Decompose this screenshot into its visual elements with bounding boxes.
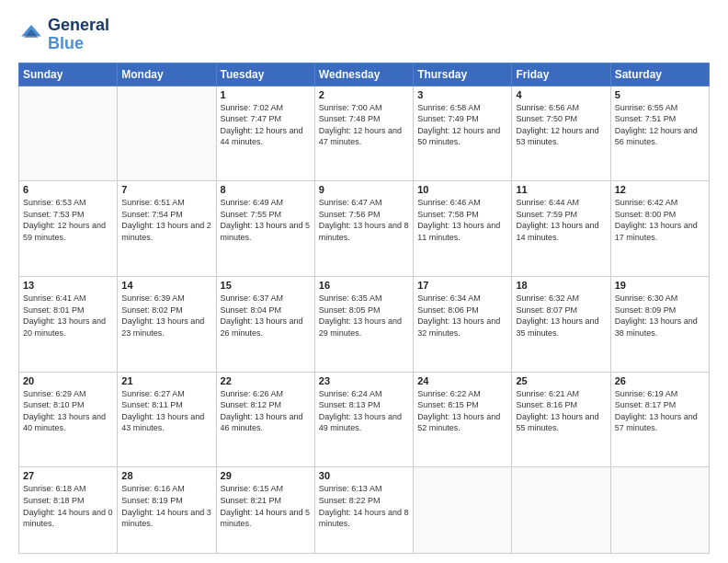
day-number: 16 <box>319 280 409 291</box>
day-number: 2 <box>319 89 409 100</box>
calendar-cell: 17Sunrise: 6:34 AMSunset: 8:06 PMDayligh… <box>414 277 512 373</box>
calendar-cell: 29Sunrise: 6:15 AMSunset: 8:21 PMDayligh… <box>216 467 314 554</box>
calendar-cell: 20Sunrise: 6:29 AMSunset: 8:10 PMDayligh… <box>19 372 118 467</box>
day-info: Sunrise: 6:49 AMSunset: 7:55 PMDaylight:… <box>221 197 311 243</box>
day-number: 19 <box>615 280 705 291</box>
day-info: Sunrise: 6:19 AMSunset: 8:17 PMDaylight:… <box>615 388 705 434</box>
calendar-cell <box>512 467 610 554</box>
day-number: 23 <box>319 375 409 386</box>
day-number: 27 <box>23 470 113 481</box>
logo-icon <box>18 22 44 48</box>
day-info: Sunrise: 6:46 AMSunset: 7:58 PMDaylight:… <box>417 197 507 243</box>
calendar-header-row: SundayMondayTuesdayWednesdayThursdayFrid… <box>19 63 710 86</box>
calendar-cell: 10Sunrise: 6:46 AMSunset: 7:58 PMDayligh… <box>414 181 512 277</box>
day-number: 14 <box>121 280 211 291</box>
calendar-cell: 22Sunrise: 6:26 AMSunset: 8:12 PMDayligh… <box>216 372 314 467</box>
calendar-cell: 11Sunrise: 6:44 AMSunset: 7:59 PMDayligh… <box>512 181 610 277</box>
day-number: 13 <box>23 280 113 291</box>
calendar-cell: 7Sunrise: 6:51 AMSunset: 7:54 PMDaylight… <box>118 181 216 277</box>
day-info: Sunrise: 6:30 AMSunset: 8:09 PMDaylight:… <box>615 293 705 339</box>
day-info: Sunrise: 6:26 AMSunset: 8:12 PMDaylight:… <box>221 388 311 434</box>
day-info: Sunrise: 6:24 AMSunset: 8:13 PMDaylight:… <box>319 388 409 434</box>
calendar-cell: 27Sunrise: 6:18 AMSunset: 8:18 PMDayligh… <box>19 467 118 554</box>
day-number: 6 <box>23 184 113 195</box>
day-info: Sunrise: 6:15 AMSunset: 8:21 PMDaylight:… <box>221 483 311 529</box>
day-number: 28 <box>121 470 211 481</box>
calendar-cell <box>19 86 118 181</box>
day-number: 29 <box>221 470 311 481</box>
day-number: 24 <box>417 375 507 386</box>
header: General Blue <box>18 17 710 53</box>
day-info: Sunrise: 7:00 AMSunset: 7:48 PMDaylight:… <box>319 102 409 148</box>
calendar-header-friday: Friday <box>512 63 610 86</box>
calendar-cell: 13Sunrise: 6:41 AMSunset: 8:01 PMDayligh… <box>19 277 118 373</box>
day-number: 17 <box>417 280 507 291</box>
day-info: Sunrise: 6:21 AMSunset: 8:16 PMDaylight:… <box>516 388 606 434</box>
day-info: Sunrise: 6:13 AMSunset: 8:22 PMDaylight:… <box>319 483 409 529</box>
calendar-cell: 5Sunrise: 6:55 AMSunset: 7:51 PMDaylight… <box>610 86 709 181</box>
calendar-week-4: 20Sunrise: 6:29 AMSunset: 8:10 PMDayligh… <box>19 372 710 467</box>
calendar-header-sunday: Sunday <box>19 63 118 86</box>
day-info: Sunrise: 6:55 AMSunset: 7:51 PMDaylight:… <box>615 102 705 148</box>
day-info: Sunrise: 6:42 AMSunset: 8:00 PMDaylight:… <box>615 197 705 243</box>
calendar-header-thursday: Thursday <box>414 63 512 86</box>
calendar-cell: 4Sunrise: 6:56 AMSunset: 7:50 PMDaylight… <box>512 86 610 181</box>
calendar-cell: 14Sunrise: 6:39 AMSunset: 8:02 PMDayligh… <box>118 277 216 373</box>
day-info: Sunrise: 6:34 AMSunset: 8:06 PMDaylight:… <box>417 293 507 339</box>
day-number: 21 <box>121 375 211 386</box>
day-info: Sunrise: 6:37 AMSunset: 8:04 PMDaylight:… <box>221 293 311 339</box>
day-number: 20 <box>23 375 113 386</box>
calendar-header-wednesday: Wednesday <box>314 63 413 86</box>
calendar-cell: 1Sunrise: 7:02 AMSunset: 7:47 PMDaylight… <box>216 86 314 181</box>
day-info: Sunrise: 7:02 AMSunset: 7:47 PMDaylight:… <box>221 102 311 148</box>
day-info: Sunrise: 6:29 AMSunset: 8:10 PMDaylight:… <box>23 388 113 434</box>
day-number: 25 <box>516 375 606 386</box>
day-info: Sunrise: 6:18 AMSunset: 8:18 PMDaylight:… <box>23 483 113 529</box>
calendar-cell: 16Sunrise: 6:35 AMSunset: 8:05 PMDayligh… <box>314 277 413 373</box>
day-info: Sunrise: 6:32 AMSunset: 8:07 PMDaylight:… <box>516 293 606 339</box>
day-number: 10 <box>417 184 507 195</box>
calendar-cell: 12Sunrise: 6:42 AMSunset: 8:00 PMDayligh… <box>610 181 709 277</box>
day-number: 5 <box>615 89 705 100</box>
calendar-cell: 8Sunrise: 6:49 AMSunset: 7:55 PMDaylight… <box>216 181 314 277</box>
day-info: Sunrise: 6:22 AMSunset: 8:15 PMDaylight:… <box>417 388 507 434</box>
calendar-cell: 6Sunrise: 6:53 AMSunset: 7:53 PMDaylight… <box>19 181 118 277</box>
calendar-cell: 9Sunrise: 6:47 AMSunset: 7:56 PMDaylight… <box>314 181 413 277</box>
calendar-cell: 3Sunrise: 6:58 AMSunset: 7:49 PMDaylight… <box>414 86 512 181</box>
calendar-cell <box>610 467 709 554</box>
day-number: 30 <box>319 470 409 481</box>
calendar-header-monday: Monday <box>118 63 216 86</box>
day-info: Sunrise: 6:27 AMSunset: 8:11 PMDaylight:… <box>121 388 211 434</box>
calendar-cell <box>414 467 512 554</box>
page: General Blue SundayMondayTuesdayWednesda… <box>0 0 728 563</box>
day-number: 15 <box>221 280 311 291</box>
day-number: 9 <box>319 184 409 195</box>
calendar-table: SundayMondayTuesdayWednesdayThursdayFrid… <box>18 63 710 554</box>
calendar-week-1: 1Sunrise: 7:02 AMSunset: 7:47 PMDaylight… <box>19 86 710 181</box>
day-number: 7 <box>121 184 211 195</box>
day-number: 22 <box>221 375 311 386</box>
day-info: Sunrise: 6:41 AMSunset: 8:01 PMDaylight:… <box>23 293 113 339</box>
logo-text: General Blue <box>48 17 109 53</box>
calendar-cell: 2Sunrise: 7:00 AMSunset: 7:48 PMDaylight… <box>314 86 413 181</box>
day-number: 12 <box>615 184 705 195</box>
calendar-cell <box>118 86 216 181</box>
day-info: Sunrise: 6:53 AMSunset: 7:53 PMDaylight:… <box>23 197 113 243</box>
logo: General Blue <box>18 17 109 53</box>
day-info: Sunrise: 6:47 AMSunset: 7:56 PMDaylight:… <box>319 197 409 243</box>
day-number: 11 <box>516 184 606 195</box>
calendar-cell: 28Sunrise: 6:16 AMSunset: 8:19 PMDayligh… <box>118 467 216 554</box>
calendar-header-tuesday: Tuesday <box>216 63 314 86</box>
day-number: 18 <box>516 280 606 291</box>
calendar-cell: 21Sunrise: 6:27 AMSunset: 8:11 PMDayligh… <box>118 372 216 467</box>
day-info: Sunrise: 6:58 AMSunset: 7:49 PMDaylight:… <box>417 102 507 148</box>
calendar-cell: 26Sunrise: 6:19 AMSunset: 8:17 PMDayligh… <box>610 372 709 467</box>
calendar-cell: 19Sunrise: 6:30 AMSunset: 8:09 PMDayligh… <box>610 277 709 373</box>
day-number: 8 <box>221 184 311 195</box>
calendar-cell: 24Sunrise: 6:22 AMSunset: 8:15 PMDayligh… <box>414 372 512 467</box>
day-info: Sunrise: 6:44 AMSunset: 7:59 PMDaylight:… <box>516 197 606 243</box>
calendar-cell: 25Sunrise: 6:21 AMSunset: 8:16 PMDayligh… <box>512 372 610 467</box>
day-number: 26 <box>615 375 705 386</box>
calendar-cell: 18Sunrise: 6:32 AMSunset: 8:07 PMDayligh… <box>512 277 610 373</box>
day-number: 4 <box>516 89 606 100</box>
